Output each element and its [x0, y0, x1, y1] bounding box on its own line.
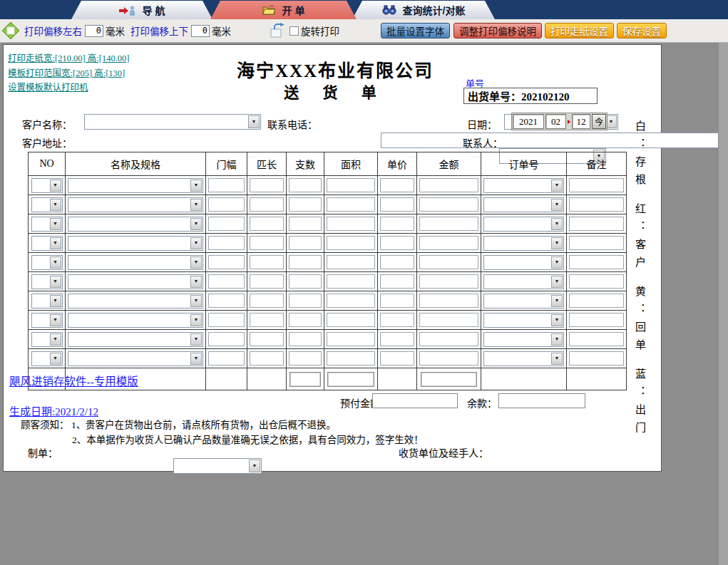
row-no-combobox[interactable]: ▼ — [31, 236, 63, 251]
row-count-input[interactable] — [289, 236, 322, 250]
row-note-input[interactable] — [569, 294, 624, 308]
row-price-input[interactable] — [380, 217, 414, 231]
row-area-input[interactable] — [327, 236, 375, 250]
row-note-input[interactable] — [569, 332, 624, 346]
date-year-field[interactable]: 2021 — [513, 114, 544, 129]
row-area-input[interactable] — [327, 178, 375, 192]
row-price-input[interactable] — [380, 294, 414, 308]
row-no-combobox[interactable]: ▼ — [31, 178, 63, 193]
row-no-combobox[interactable]: ▼ — [31, 351, 63, 366]
row-order-no-combobox[interactable]: ▼ — [483, 197, 564, 212]
template-range-link[interactable]: 模板打印范围宽:[205] 高:[130] — [8, 66, 129, 79]
row-order-no-combobox[interactable]: ▼ — [483, 255, 564, 270]
maker-combobox[interactable]: ▼ — [173, 458, 262, 474]
row-width-input[interactable] — [208, 255, 245, 269]
row-count-input[interactable] — [289, 197, 322, 212]
row-price-input[interactable] — [380, 332, 414, 346]
row-order-no-combobox[interactable]: ▼ — [483, 178, 564, 193]
row-area-input[interactable] — [327, 255, 375, 269]
row-count-input[interactable] — [289, 274, 322, 289]
row-name-spec-combobox[interactable]: ▼ — [68, 274, 203, 289]
row-count-input[interactable] — [289, 332, 322, 346]
row-amount-input[interactable] — [419, 351, 478, 366]
row-amount-input[interactable] — [419, 178, 478, 192]
prepay-input[interactable] — [372, 393, 458, 408]
row-width-input[interactable] — [208, 313, 245, 327]
row-length-input[interactable] — [250, 332, 284, 346]
today-button[interactable]: 今 — [592, 114, 606, 129]
row-width-input[interactable] — [208, 274, 245, 289]
row-length-input[interactable] — [250, 274, 284, 289]
offset-lr-input[interactable] — [85, 25, 103, 37]
row-length-input[interactable] — [250, 255, 284, 269]
row-count-input[interactable] — [289, 313, 322, 327]
row-no-combobox[interactable]: ▼ — [31, 255, 63, 270]
row-price-input[interactable] — [380, 178, 414, 192]
row-note-input[interactable] — [569, 274, 624, 289]
row-count-input[interactable] — [289, 294, 322, 308]
row-width-input[interactable] — [208, 178, 245, 192]
adjust-offset-help-button[interactable]: 调整打印偏移说明 — [453, 23, 542, 38]
row-order-no-combobox[interactable]: ▼ — [483, 217, 564, 232]
save-settings-button[interactable]: 保存设置 — [617, 23, 667, 38]
row-name-spec-combobox[interactable]: ▼ — [68, 197, 203, 212]
row-width-input[interactable] — [208, 236, 245, 250]
row-order-no-combobox[interactable]: ▼ — [483, 332, 564, 347]
row-no-combobox[interactable]: ▼ — [31, 274, 63, 289]
row-order-no-combobox[interactable]: ▼ — [483, 294, 564, 309]
date-day-field[interactable]: 12 — [572, 114, 590, 129]
tab-navigation[interactable]: 导 航 — [71, 1, 212, 19]
row-note-input[interactable] — [569, 255, 624, 269]
row-name-spec-combobox[interactable]: ▼ — [68, 236, 203, 251]
row-count-input[interactable] — [289, 178, 322, 192]
row-note-input[interactable] — [569, 197, 624, 212]
offset-ud-input[interactable] — [191, 25, 210, 37]
row-area-input[interactable] — [327, 351, 375, 366]
row-note-input[interactable] — [569, 178, 624, 192]
row-name-spec-combobox[interactable]: ▼ — [68, 313, 203, 328]
row-name-spec-combobox[interactable]: ▼ — [68, 178, 203, 193]
row-width-input[interactable] — [208, 294, 245, 308]
row-name-spec-combobox[interactable]: ▼ — [68, 294, 203, 309]
paper-size-link[interactable]: 打印走纸宽:[210.00] 高:[140.00] — [8, 51, 129, 64]
row-area-input[interactable] — [327, 332, 375, 346]
row-note-input[interactable] — [569, 351, 624, 366]
batch-font-button[interactable]: 批量设置字体 — [381, 23, 450, 38]
row-count-input[interactable] — [289, 255, 322, 269]
row-no-combobox[interactable]: ▼ — [31, 294, 63, 309]
row-note-input[interactable] — [569, 217, 624, 231]
row-name-spec-combobox[interactable]: ▼ — [68, 332, 203, 347]
row-amount-input[interactable] — [419, 274, 478, 289]
row-length-input[interactable] — [250, 197, 284, 212]
row-amount-input[interactable] — [419, 255, 478, 269]
row-note-input[interactable] — [569, 236, 624, 250]
row-area-input[interactable] — [327, 197, 375, 212]
row-order-no-combobox[interactable]: ▼ — [483, 313, 564, 328]
row-width-input[interactable] — [208, 332, 245, 346]
row-name-spec-combobox[interactable]: ▼ — [68, 255, 203, 270]
row-amount-input[interactable] — [419, 236, 478, 250]
rotate-print-checkbox[interactable] — [289, 26, 299, 36]
row-price-input[interactable] — [380, 274, 414, 289]
row-area-input[interactable] — [327, 217, 375, 231]
row-width-input[interactable] — [208, 217, 245, 231]
row-price-input[interactable] — [380, 255, 414, 269]
row-count-input[interactable] — [289, 217, 322, 231]
customer-address-combobox[interactable]: ▼ — [381, 133, 728, 148]
row-length-input[interactable] — [250, 178, 284, 192]
tab-billing[interactable]: 开 单 — [210, 1, 357, 19]
row-length-input[interactable] — [250, 294, 284, 308]
default-printer-link[interactable]: 设置模板默认打印机 — [8, 80, 129, 93]
row-no-combobox[interactable]: ▼ — [31, 197, 63, 212]
row-length-input[interactable] — [250, 236, 284, 250]
row-amount-input[interactable] — [419, 217, 478, 231]
row-amount-input[interactable] — [419, 294, 478, 308]
row-no-combobox[interactable]: ▼ — [31, 217, 63, 232]
row-no-combobox[interactable]: ▼ — [31, 332, 63, 347]
row-order-no-combobox[interactable]: ▼ — [483, 274, 564, 289]
tab-query-stats[interactable]: 查询统计/对账 — [352, 1, 495, 19]
row-amount-input[interactable] — [419, 313, 478, 327]
row-length-input[interactable] — [250, 313, 284, 327]
balance-input[interactable] — [498, 393, 585, 408]
row-area-input[interactable] — [327, 313, 375, 327]
